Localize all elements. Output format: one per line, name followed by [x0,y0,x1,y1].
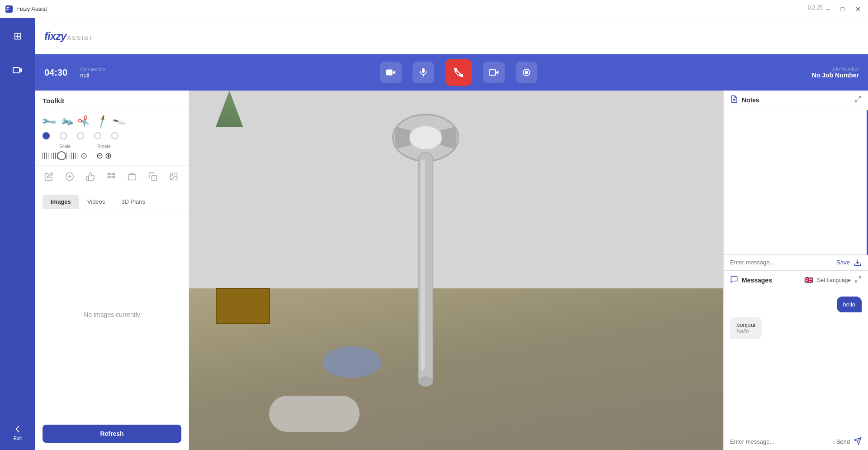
send-button[interactable] [854,437,862,446]
job-value: No Job Number [812,72,859,79]
messages-section: Messages 🇬🇧 Set Language hello [724,271,868,450]
notes-input[interactable] [730,259,833,266]
svg-rect-17 [128,175,136,180]
content-area: 04:30 Connection null [35,54,868,450]
tool-icon-3[interactable]: 🗡️ [95,114,110,129]
rotate-right-button[interactable]: ⊕ [105,151,112,161]
notes-message-row: Save [724,255,868,270]
scale-left-button[interactable]: ⊙ [81,151,87,161]
refresh-button[interactable]: Refresh [43,425,181,443]
notes-textarea[interactable] [724,110,868,255]
call-timer: 04:30 [44,67,67,78]
scale-slider[interactable] [43,153,79,159]
app-icon: F [5,5,13,13]
left-sidebar: Exit [0,54,35,450]
logo: fixzyASSIST [44,30,94,43]
svg-rect-15 [108,176,111,177]
version-label: 0.2.25 [808,5,823,11]
add-button[interactable] [63,170,76,185]
title-bar-left: F Fixzy Assist [5,5,47,13]
tool-icon-4[interactable]: 🔪 [112,114,128,129]
svg-point-20 [172,175,173,176]
thumbsup-button[interactable] [84,170,97,185]
tool-icon-1[interactable]: 🔩 [59,114,75,129]
rotate-label: Rotate [97,144,110,149]
rotate-left-button[interactable]: ⊖ [96,151,103,161]
connection-label: Connection [80,67,105,72]
exit-button[interactable]: Exit [0,425,35,441]
rotate-control: ⊖ ⊕ [96,151,112,161]
video-button[interactable] [483,62,505,83]
messages-expand-button[interactable] [854,276,862,285]
record-button[interactable] [516,62,537,83]
language-flag: 🇬🇧 [804,276,813,284]
sidebar-video-icon[interactable] [6,59,29,81]
app-header: ⊞ fixzyASSIST [0,18,868,54]
tool-icon-0[interactable]: 🔧 [40,113,57,130]
camera-button[interactable] [380,62,402,83]
empty-state: No images currently [35,209,189,420]
notes-expand-button[interactable] [854,96,862,105]
notes-save-button[interactable]: Save [836,259,850,266]
job-label: Job Number [812,66,859,72]
svg-point-9 [525,71,528,74]
tab-images[interactable]: Images [43,195,79,209]
tool-radio-0[interactable] [43,132,50,139]
mic-button[interactable] [413,62,434,83]
notes-save-icon [854,259,862,267]
tool-selector: 🔧 🔩 ✂️ 🗡️ 🔪 [35,111,189,166]
messages-title: Messages [742,277,801,284]
tool-radio-row [43,132,181,139]
job-info: Job Number No Job Number [812,66,859,79]
tool-radio-1[interactable] [60,132,67,139]
send-row: Send [724,433,868,450]
message-received-0: bonjour Hello [730,317,762,339]
svg-point-25 [418,376,433,386]
right-panel: Notes Save [723,91,868,450]
action-row [35,166,189,190]
minimize-button[interactable]: – [825,4,832,14]
briefcase-button[interactable] [126,170,138,185]
tab-videos[interactable]: Videos [79,195,114,209]
tool-icons-row: 🔧 🔩 ✂️ 🗡️ 🔪 [43,116,181,128]
call-controls [114,59,803,86]
hangup-button[interactable] [445,59,472,86]
title-bar: F Fixzy Assist 0.2.25 – □ ✕ [0,0,868,18]
maximize-button[interactable]: □ [839,4,846,14]
sidebar-toggle-button[interactable]: ⊞ [0,18,35,54]
notes-title: Notes [742,96,851,104]
app-title: Fixzy Assist [16,5,47,12]
scale-rotate-row: Scale ⊙ Rotate ⊖ [43,144,181,161]
edit-button[interactable] [43,170,55,185]
set-language-button[interactable]: Set Language [817,277,851,283]
svg-rect-2 [13,67,19,73]
tool-radio-2[interactable] [77,132,84,139]
scale-handle[interactable] [57,151,66,160]
svg-rect-4 [422,68,425,73]
notes-header: Notes [724,91,868,110]
message-translation-0: Hello [736,328,756,335]
message-input[interactable] [730,438,833,445]
rotate-area: Rotate ⊖ ⊕ [96,144,112,161]
svg-rect-18 [152,176,157,181]
svg-rect-14 [112,173,115,175]
empty-state-text: No images currently [84,311,140,318]
message-sent-text-0: hello [843,301,855,308]
logo-zy: zy [56,30,66,42]
copy-button[interactable] [147,170,159,185]
tab-3d-plans[interactable]: 3D Plans [113,195,153,209]
wrench-image [376,109,475,414]
grid-button[interactable] [105,170,118,185]
tool-radio-4[interactable] [111,132,119,139]
messages-header: Messages 🇬🇧 Set Language [724,271,868,290]
message-sent-0: hello [837,297,862,312]
scene-table [216,288,270,324]
send-label: Send [836,438,850,445]
scene-rug [269,396,360,432]
sidebar-toggle-icon: ⊞ [14,30,22,42]
logo-assist: ASSIST [67,34,93,41]
image-button[interactable] [167,170,180,185]
tool-radio-3[interactable] [94,132,101,139]
tool-icon-2[interactable]: ✂️ [77,114,92,129]
close-button[interactable]: ✕ [854,4,863,14]
